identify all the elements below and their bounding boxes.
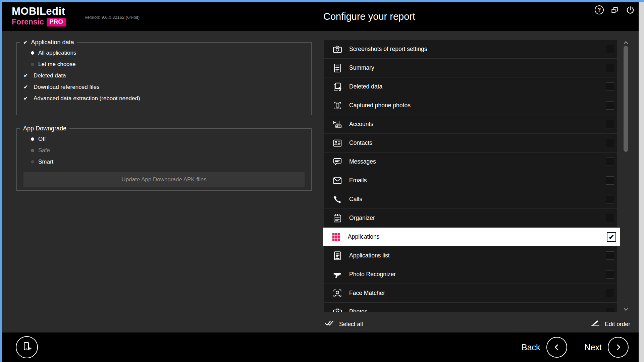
screenshot-camera-icon	[332, 44, 343, 55]
report-item-checkbox[interactable]	[606, 64, 614, 72]
report-item-label: Applications	[348, 233, 379, 240]
application-data-legend: Application data	[31, 39, 74, 46]
page-title: Configure your report	[323, 2, 415, 31]
report-item-row[interactable]: Applications list	[324, 246, 617, 265]
scroll-down-icon[interactable]	[623, 307, 629, 312]
radio-selected-icon	[31, 137, 34, 141]
report-item-checkbox[interactable]	[606, 289, 614, 297]
report-item-row[interactable]: Captured phone photos	[324, 96, 617, 115]
report-item-row[interactable]: Face Matcher	[324, 284, 617, 302]
report-item-label: Messages	[349, 158, 376, 165]
radio-all-applications-label: All applications	[38, 50, 76, 56]
radio-disabled-icon	[31, 149, 34, 152]
radio-downgrade-off-label: Off	[38, 136, 46, 142]
radio-let-me-choose[interactable]: Let me choose	[31, 59, 311, 70]
radio-let-me-choose-label: Let me choose	[38, 61, 76, 68]
summary-document-icon	[332, 62, 343, 74]
help-icon[interactable]: ?	[595, 5, 604, 14]
checkbox-deleted-data[interactable]: ✔ Deleted data	[23, 70, 311, 81]
organizer-icon	[332, 213, 343, 224]
back-label[interactable]: Back	[522, 343, 540, 352]
report-item-row[interactable]: Accounts	[324, 115, 617, 133]
scrollbar-thumb[interactable]	[624, 46, 628, 152]
report-item-checkbox[interactable]	[606, 158, 614, 166]
radio-unselected-icon	[31, 63, 34, 66]
report-item-checkbox[interactable]	[606, 101, 614, 110]
phone-add-icon	[21, 341, 33, 354]
report-item-checkbox[interactable]	[606, 82, 614, 91]
report-item-checkbox-checked[interactable]: ✔	[607, 232, 616, 242]
window-border-top	[0, 0, 644, 2]
report-item-checkbox[interactable]	[606, 139, 614, 147]
calls-icon	[332, 194, 343, 205]
checkbox-checked-icon[interactable]: ✔	[23, 40, 28, 45]
report-item-row[interactable]: Emails	[324, 171, 617, 190]
report-item-row[interactable]: Calls	[324, 190, 617, 208]
report-item-checkbox[interactable]	[606, 45, 614, 53]
power-icon[interactable]	[626, 6, 635, 14]
checkbox-download-referenced-files[interactable]: ✔ Download referenced files	[23, 81, 311, 93]
dock-window-icon[interactable]	[610, 6, 619, 14]
report-item-checkbox[interactable]	[606, 308, 614, 312]
radio-downgrade-safe[interactable]: Safe	[31, 145, 311, 156]
edit-order-label: Edit order	[605, 321, 630, 328]
select-all-button[interactable]: Select all	[324, 319, 363, 329]
report-item-row[interactable]: Organizer	[324, 209, 617, 227]
report-item-label: Organizer	[349, 215, 375, 222]
edit-order-button[interactable]: Edit order	[591, 319, 630, 329]
next-label[interactable]: Next	[585, 343, 602, 352]
report-item-checkbox[interactable]	[606, 251, 614, 260]
report-item-row-selected[interactable]: Applications ✔	[323, 228, 620, 246]
add-phone-button[interactable]	[16, 336, 38, 358]
deleted-data-icon	[332, 81, 343, 93]
checkbox-checked-icon: ✔	[23, 73, 30, 78]
bottom-bar: Back Next	[2, 333, 639, 362]
update-apk-files-button[interactable]: Update App Downgrade APK files	[23, 172, 305, 187]
app-logo: MOBILedit Forensic PRO	[12, 6, 66, 26]
report-item-row[interactable]: Screenshots of report settings	[324, 40, 617, 58]
checkbox-advanced-data-extraction-label: Advanced data extraction (reboot needed)	[34, 95, 140, 102]
report-item-checkbox[interactable]	[606, 120, 614, 128]
photo-recognizer-icon	[332, 269, 343, 280]
checkbox-deleted-data-label: Deleted data	[34, 72, 66, 79]
logo-forensic: Forensic	[12, 18, 44, 26]
list-scrollbar[interactable]	[623, 40, 629, 312]
report-item-row[interactable]: Contacts	[324, 134, 617, 152]
report-item-checkbox[interactable]	[606, 270, 614, 279]
report-item-row[interactable]: Photo Recognizer	[324, 265, 617, 284]
back-button[interactable]	[546, 337, 567, 358]
report-item-row[interactable]: Summary	[324, 59, 617, 77]
scroll-up-icon[interactable]	[623, 40, 629, 45]
window-border-left	[0, 0, 2, 362]
edit-order-icon	[591, 319, 600, 329]
report-item-label: Screenshots of report settings	[349, 46, 427, 53]
report-item-row[interactable]: Messages	[324, 153, 617, 171]
report-item-label: Contacts	[349, 139, 372, 146]
header-bar: MOBILedit Forensic PRO Version: 9.6.0.32…	[2, 2, 639, 31]
logo-mobiledit: MOBILedit	[12, 6, 66, 16]
report-item-label: Accounts	[349, 121, 373, 128]
report-item-label: Emails	[349, 177, 367, 184]
report-item-checkbox[interactable]	[606, 176, 614, 185]
checkbox-checked-icon: ✔	[23, 84, 30, 90]
next-button[interactable]	[608, 337, 629, 358]
checkbox-advanced-data-extraction[interactable]: ✔ Advanced data extraction (reboot neede…	[23, 93, 311, 104]
report-item-label: Photo Recognizer	[349, 271, 396, 278]
content-area: ✔ Application data All applications Let …	[2, 31, 639, 333]
photos-camera-icon	[332, 306, 343, 312]
radio-all-applications[interactable]: All applications	[31, 47, 311, 59]
applications-list-icon	[332, 250, 343, 261]
report-item-row[interactable]: Photos	[324, 303, 617, 312]
radio-downgrade-off[interactable]: Off	[31, 133, 311, 145]
report-item-checkbox[interactable]	[606, 195, 614, 203]
report-item-label: Calls	[349, 196, 362, 203]
app-downgrade-legend: App Downgrade	[23, 125, 66, 132]
application-data-group: ✔ Application data All applications Let …	[16, 39, 312, 115]
messages-icon	[332, 156, 343, 168]
radio-downgrade-smart[interactable]: Smart	[31, 156, 311, 168]
radio-selected-icon	[31, 51, 34, 55]
report-item-row[interactable]: Deleted data	[324, 77, 617, 96]
report-item-checkbox[interactable]	[606, 214, 614, 222]
checkbox-download-referenced-files-label: Download referenced files	[34, 84, 100, 90]
face-matcher-icon	[332, 288, 343, 299]
